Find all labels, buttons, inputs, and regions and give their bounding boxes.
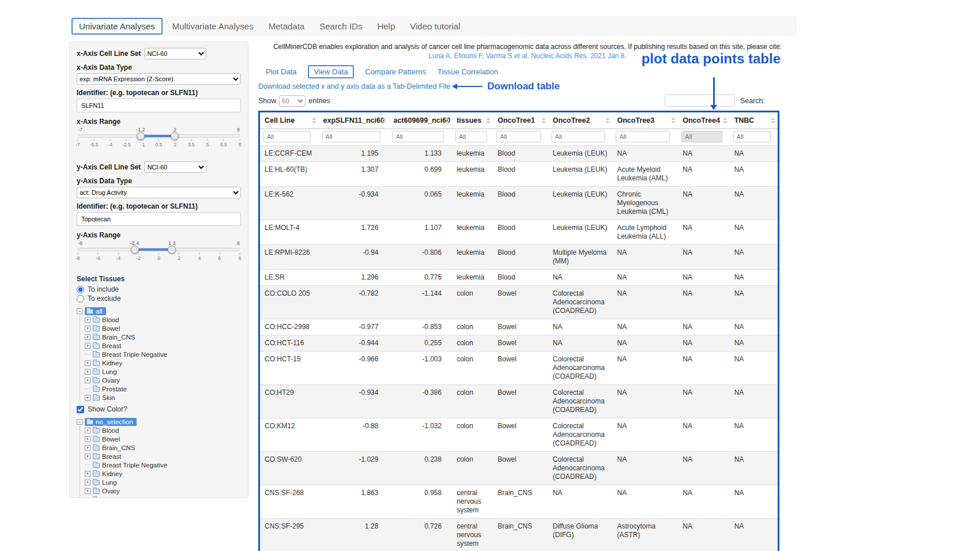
tree-item-label: Lung bbox=[102, 479, 117, 486]
tab-view-data[interactable]: View Data bbox=[308, 65, 353, 78]
tree-item-label: Prostate bbox=[102, 386, 127, 393]
tab-tissue-correlation[interactable]: Tissue Correlation bbox=[438, 67, 498, 76]
y-axis-set-select[interactable]: NCI-60 bbox=[144, 161, 206, 173]
tree-item-bowel[interactable]: +Bowel bbox=[85, 435, 241, 443]
filter-input-oncotree2[interactable] bbox=[552, 131, 605, 142]
tree-item-breast[interactable]: +Breast bbox=[85, 341, 241, 350]
to-include-radio[interactable] bbox=[77, 286, 84, 293]
sort-icon[interactable] bbox=[445, 118, 450, 123]
tree-item-blood[interactable]: +Blood bbox=[85, 426, 241, 435]
show-color-checkbox[interactable] bbox=[77, 406, 84, 413]
tree-item-prostate[interactable]: Prostate bbox=[85, 495, 241, 498]
expand-icon[interactable]: + bbox=[85, 445, 91, 451]
expand-icon[interactable]: + bbox=[85, 334, 91, 340]
expand-icon[interactable]: + bbox=[85, 343, 91, 349]
collapse-icon[interactable]: − bbox=[77, 419, 82, 425]
expand-icon[interactable]: + bbox=[85, 480, 91, 485]
column-header-tnbc[interactable]: TNBC bbox=[730, 112, 778, 129]
x-axis-set-select[interactable]: NCI-60 bbox=[144, 48, 206, 59]
filter-input-oncotree1[interactable] bbox=[496, 131, 541, 142]
entries-select[interactable]: 60 bbox=[279, 95, 306, 107]
tree-item-breast[interactable]: +Breast bbox=[85, 452, 241, 461]
column-header-oncotree2[interactable]: OncoTree2 bbox=[548, 112, 613, 129]
sort-icon[interactable] bbox=[723, 118, 728, 123]
nav-tab-help[interactable]: Help bbox=[370, 18, 402, 34]
expand-icon[interactable]: + bbox=[85, 488, 91, 494]
column-header-cell-line[interactable]: Cell Line bbox=[260, 112, 319, 129]
y-axis-type-select[interactable]: act: Drug Activity bbox=[77, 187, 241, 198]
tree-item-skin[interactable]: +Skin bbox=[85, 393, 241, 402]
tree-root-no-selection[interactable]: −no_selection bbox=[77, 417, 241, 426]
sort-icon[interactable] bbox=[486, 118, 491, 123]
tree-item-brain-cns[interactable]: +Brain_CNS bbox=[85, 333, 241, 341]
sort-icon[interactable] bbox=[671, 118, 676, 123]
filter-input-oncotree4[interactable] bbox=[681, 131, 722, 142]
expand-icon[interactable]: + bbox=[85, 317, 91, 323]
filter-input-oncotree3[interactable] bbox=[616, 131, 670, 142]
tree-item-blood[interactable]: +Blood bbox=[85, 315, 241, 324]
cell-tnbc: NA bbox=[730, 385, 778, 418]
nav-tab-video-tutorial[interactable]: Video tutorial bbox=[402, 18, 468, 34]
column-header-oncotree3[interactable]: OncoTree3 bbox=[612, 112, 678, 129]
tree-item-kidney[interactable]: +Kidney bbox=[85, 469, 241, 478]
download-link[interactable]: Download selected x and y axis data as a… bbox=[258, 82, 450, 90]
column-header-expslfn11-nci60[interactable]: expSLFN11_nci60 bbox=[319, 112, 389, 129]
tree-item-breast-triple-negative[interactable]: Breast Triple Negative bbox=[85, 461, 241, 469]
nav-tab-metadata[interactable]: Metadata bbox=[261, 18, 312, 34]
expand-icon[interactable]: + bbox=[85, 378, 91, 383]
expand-icon[interactable]: + bbox=[85, 454, 91, 459]
tab-plot-data[interactable]: Plot Data bbox=[266, 67, 296, 76]
search-input[interactable] bbox=[665, 95, 735, 107]
tree-item-label: Brain_CNS bbox=[102, 444, 135, 451]
tree-item-ovary[interactable]: +Ovary bbox=[85, 376, 241, 384]
sort-icon[interactable] bbox=[382, 118, 386, 123]
tree-item-bowel[interactable]: +Bowel bbox=[85, 324, 241, 333]
expand-icon[interactable]: + bbox=[85, 395, 91, 401]
expand-icon[interactable]: + bbox=[85, 428, 91, 433]
tree-item-lung[interactable]: +Lung bbox=[85, 367, 241, 376]
sort-icon[interactable] bbox=[605, 118, 610, 123]
sort-icon[interactable] bbox=[312, 118, 316, 123]
tree-item-brain-cns[interactable]: +Brain_CNS bbox=[85, 443, 241, 452]
sort-icon[interactable] bbox=[541, 118, 546, 123]
tree-item-lung[interactable]: +Lung bbox=[85, 478, 241, 486]
nav-tab-search-ids[interactable]: Search IDs bbox=[312, 18, 370, 34]
expand-icon[interactable]: + bbox=[85, 326, 91, 331]
sort-icon[interactable] bbox=[771, 118, 775, 123]
citation-link[interactable]: Luna A, Elloumi F, Varma S et al. Nuclei… bbox=[428, 52, 626, 60]
tree-item-kidney[interactable]: +Kidney bbox=[85, 358, 241, 367]
tree-item-prostate[interactable]: Prostate bbox=[85, 384, 241, 393]
collapse-icon[interactable]: − bbox=[77, 308, 82, 314]
expand-icon[interactable]: + bbox=[85, 436, 91, 442]
x-axis-type-label: x-Axis Data Type bbox=[77, 63, 241, 71]
column-header-act609699-nci60[interactable]: act609699_nci60 bbox=[389, 112, 452, 129]
tree-item-label: Breast bbox=[102, 453, 121, 460]
expand-icon[interactable]: + bbox=[85, 360, 91, 366]
y-axis-range-slider[interactable]: -8-2.41.38 -8-6-4-202468 bbox=[78, 240, 240, 262]
to-exclude-radio[interactable] bbox=[77, 295, 84, 303]
x-axis-type-select[interactable]: exp: mRNA Expression (Z-Score) bbox=[77, 73, 241, 85]
filter-input-act609699-nci60[interactable] bbox=[392, 131, 444, 142]
column-header-oncotree4[interactable]: OncoTree4 bbox=[678, 112, 729, 129]
cell-act609699-nci60: -1.003 bbox=[389, 352, 452, 385]
column-header-tissues[interactable]: tissues bbox=[452, 112, 493, 129]
x-axis-range-slider[interactable]: -7-1.228 -7-5.5-4-2.5-10.523.556.58 bbox=[78, 127, 240, 149]
tab-compare-patterns[interactable]: Compare Patterns bbox=[365, 67, 427, 76]
slider-track[interactable] bbox=[78, 248, 240, 251]
tree-item-breast-triple-negative[interactable]: Breast Triple Negative bbox=[85, 350, 241, 358]
column-header-oncotree1[interactable]: OncoTree1 bbox=[493, 112, 548, 129]
filter-input-tnbc[interactable] bbox=[733, 131, 771, 142]
slider-track[interactable] bbox=[78, 134, 240, 138]
y-axis-identifier-input[interactable] bbox=[77, 212, 241, 226]
expand-icon[interactable]: + bbox=[85, 471, 91, 477]
expand-icon[interactable]: + bbox=[85, 369, 91, 375]
tree-item-ovary[interactable]: +Ovary bbox=[85, 486, 241, 495]
filter-input-tissues[interactable] bbox=[455, 131, 487, 142]
tree-root-all[interactable]: −all bbox=[77, 307, 241, 315]
nav-tab-univariate-analyses[interactable]: Univariate Analyses bbox=[71, 18, 163, 35]
filter-input-expslfn11-nci60[interactable] bbox=[322, 131, 380, 142]
nav-tab-multivariate-analyses[interactable]: Multivariate Analyses bbox=[165, 18, 261, 34]
folder-icon bbox=[93, 480, 100, 485]
x-axis-identifier-input[interactable] bbox=[77, 99, 241, 112]
filter-input-cell-line[interactable] bbox=[263, 131, 311, 142]
